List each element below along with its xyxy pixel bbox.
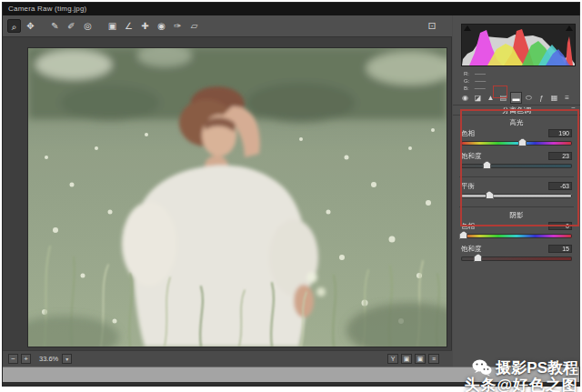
- shadows-saturation-value[interactable]: 15: [548, 245, 572, 253]
- panel-tabs: ◉ ◪ ▲ ▤ ▬ ⬭ ƒ ▦ ≡: [459, 92, 577, 104]
- highlights-hue-value[interactable]: 190: [548, 129, 572, 137]
- zoom-in-button[interactable]: +: [21, 354, 31, 364]
- wechat-icon: [472, 359, 492, 377]
- shadows-saturation-row: 饱和度 15: [459, 243, 574, 266]
- panel-menu-icon[interactable]: ≡: [571, 105, 576, 116]
- zoom-level-dropdown[interactable]: ▾: [62, 354, 72, 364]
- shadows-hue-row: 色相 0: [459, 220, 574, 243]
- rgb-readout: R:—— G:—— B:——: [464, 70, 578, 92]
- highlights-hue-label: 色相: [461, 129, 475, 138]
- panel-title: 分离色调: [453, 105, 580, 116]
- zoom-out-button[interactable]: −: [8, 354, 18, 364]
- highlight-clipping-icon[interactable]: [566, 25, 573, 31]
- highlights-section-label: 高光: [459, 117, 574, 127]
- balance-row: 平衡 -63: [459, 180, 574, 203]
- shadows-hue-label: 色相: [461, 222, 475, 231]
- window-title: Camera Raw (timg.jpg): [3, 3, 579, 15]
- tab-camera-calibration-icon[interactable]: ▦: [548, 92, 560, 104]
- highlights-saturation-value[interactable]: 23: [548, 152, 572, 160]
- shadows-hue-thumb[interactable]: [459, 231, 467, 239]
- highlights-saturation-label: 饱和度: [461, 152, 482, 161]
- g-value: ——: [475, 77, 486, 85]
- camera-raw-dialog: Camera Raw (timg.jpg) ⌕ ✥ ✎ ✐ ◎ ▣ ∠ ✚ ◉ …: [2, 2, 580, 387]
- watermark-line2: 头条@好色之图: [464, 377, 578, 392]
- highlights-saturation-row: 饱和度 23: [459, 150, 574, 173]
- b-value: ——: [475, 85, 486, 92]
- targeted-adjustment-tool-icon[interactable]: ◎: [81, 19, 95, 33]
- photo-preview[interactable]: [28, 48, 447, 347]
- r-value: ——: [475, 70, 486, 77]
- tab-effects-icon[interactable]: ƒ: [536, 92, 547, 104]
- shadow-clipping-icon[interactable]: [464, 25, 471, 31]
- preview-controls: Y ▣ ▣ ≡: [387, 354, 439, 364]
- shadows-hue-slider[interactable]: [461, 234, 572, 238]
- preview-area: [3, 37, 452, 350]
- tab-split-toning-icon[interactable]: ▬: [510, 92, 522, 104]
- b-label: B:: [464, 85, 469, 92]
- shadows-saturation-thumb[interactable]: [474, 254, 482, 262]
- fullscreen-toggle-icon[interactable]: ⊡: [425, 15, 439, 35]
- highlights-hue-thumb[interactable]: [518, 138, 527, 146]
- swap-before-after-button[interactable]: ▣: [401, 354, 412, 364]
- tab-tone-curve-icon[interactable]: ◪: [472, 92, 484, 104]
- watermark: 摄影PS教程 头条@好色之图: [464, 359, 578, 392]
- toolbar: ⌕ ✥ ✎ ✐ ◎ ▣ ∠ ✚ ◉ ✑ ▱ ⊡: [3, 15, 452, 37]
- before-after-toggle-button[interactable]: Y: [387, 354, 398, 364]
- preview-options-button[interactable]: ≡: [428, 354, 439, 364]
- g-label: G:: [464, 77, 469, 85]
- shadows-saturation-slider[interactable]: [461, 256, 572, 261]
- r-label: R:: [464, 70, 469, 77]
- right-panel: R:—— G:—— B:—— ◉ ◪ ▲ ▤ ▬ ⬭ ƒ ▦ ≡ 分离色调 ≡ …: [453, 15, 580, 367]
- shadows-hue-value[interactable]: 0: [548, 222, 572, 230]
- watermark-line1: 摄影PS教程: [496, 359, 578, 377]
- highlights-hue-slider[interactable]: [461, 141, 572, 146]
- split-toning-controls: 高光 色相 190 饱和度 23: [459, 117, 574, 266]
- color-sampler-tool-icon[interactable]: ✐: [65, 19, 78, 33]
- highlights-saturation-slider[interactable]: [461, 164, 572, 168]
- divider: [459, 206, 574, 207]
- zoom-tool-icon[interactable]: ⌕: [7, 19, 21, 33]
- photo-illustration: [28, 48, 447, 347]
- copy-settings-button[interactable]: ▣: [415, 354, 426, 364]
- highlights-saturation-thumb[interactable]: [483, 161, 491, 169]
- shadows-saturation-label: 饱和度: [461, 245, 482, 254]
- red-eye-tool-icon[interactable]: ◉: [155, 19, 168, 33]
- spot-removal-tool-icon[interactable]: ✚: [138, 19, 152, 33]
- tab-lens-corrections-icon[interactable]: ⬭: [523, 92, 535, 104]
- page: Camera Raw (timg.jpg) ⌕ ✥ ✎ ✐ ◎ ▣ ∠ ✚ ◉ …: [0, 0, 582, 392]
- histogram: [461, 24, 576, 66]
- shadows-section-label: 阴影: [459, 210, 574, 220]
- hand-tool-icon[interactable]: ✥: [24, 19, 37, 33]
- balance-value[interactable]: -63: [548, 182, 572, 190]
- crop-tool-icon[interactable]: ▣: [105, 19, 119, 33]
- white-balance-tool-icon[interactable]: ✎: [48, 19, 62, 33]
- balance-label: 平衡: [461, 182, 475, 191]
- balance-slider[interactable]: [461, 194, 572, 198]
- tab-hsl-icon[interactable]: ▤: [497, 92, 509, 104]
- histogram-plot: [462, 25, 575, 65]
- tab-basic-icon[interactable]: ◉: [459, 92, 471, 104]
- balance-thumb[interactable]: [486, 191, 494, 199]
- straighten-tool-icon[interactable]: ∠: [122, 19, 135, 33]
- adjustment-brush-tool-icon[interactable]: ✑: [171, 19, 185, 33]
- divider: [459, 176, 574, 177]
- highlights-hue-row: 色相 190: [459, 127, 574, 150]
- status-bar: − + 33.6% ▾ Y ▣ ▣ ≡: [3, 350, 452, 367]
- zoom-level-value[interactable]: 33.6%: [39, 355, 58, 363]
- tab-detail-icon[interactable]: ▲: [485, 92, 497, 104]
- tab-presets-icon[interactable]: ≡: [561, 92, 573, 104]
- graduated-filter-tool-icon[interactable]: ▱: [187, 19, 201, 33]
